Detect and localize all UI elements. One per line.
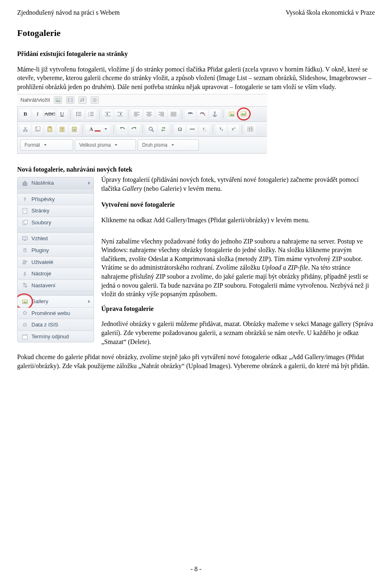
cut-button[interactable]	[20, 124, 31, 134]
anchor-button[interactable]	[209, 109, 220, 119]
chevron-down-icon	[115, 144, 117, 146]
sidebar-item-appearance[interactable]: Vzhled	[18, 233, 94, 245]
sidebar-item-events[interactable]: Termíny odjinud	[18, 331, 94, 342]
sidebar-item-webvars[interactable]: Proměnné webu	[18, 308, 94, 320]
separator-icon	[82, 125, 83, 134]
remove-format-button[interactable]: T×	[199, 124, 210, 134]
bold-button[interactable]: B	[20, 109, 31, 119]
media-other-icon[interactable]	[91, 96, 99, 104]
image-button[interactable]	[226, 109, 237, 119]
sidebar-item-label: Uživatelé	[31, 259, 53, 266]
indent-button[interactable]	[115, 109, 125, 119]
svg-point-11	[76, 115, 77, 116]
format-select[interactable]: Formát	[20, 139, 73, 151]
sidebar-item-isis[interactable]: Data z ISIS	[18, 319, 94, 331]
media-audio-icon[interactable]	[78, 96, 87, 104]
align-center-button[interactable]	[144, 109, 154, 119]
sidebar-item-tools[interactable]: Nástroje	[18, 268, 94, 280]
symbol-button[interactable]: Ω	[175, 124, 185, 134]
gallery-icon	[22, 298, 28, 305]
pin-icon	[22, 196, 28, 203]
page-number: - 8 -	[0, 565, 392, 574]
link-button[interactable]	[185, 109, 196, 119]
svg-rect-23	[117, 112, 123, 112]
svg-rect-57	[49, 126, 51, 127]
separator-icon	[213, 125, 213, 134]
sidebar-gap	[18, 291, 94, 296]
sidebar-item-media[interactable]: Soubory	[18, 217, 94, 229]
media-image-icon[interactable]	[54, 96, 62, 104]
editor-toolbar: Nahrát/vložit B I ABC U	[17, 94, 267, 154]
chevron-right-icon	[88, 300, 90, 303]
sidebar-gap	[18, 189, 94, 194]
undo-button[interactable]	[117, 124, 127, 134]
hr-button[interactable]	[187, 124, 198, 134]
insert-gallery-button[interactable]	[238, 109, 249, 119]
align-left-button[interactable]	[131, 109, 142, 119]
paste-word-button[interactable]: W	[69, 124, 80, 134]
svg-rect-35	[158, 114, 164, 115]
sidebar-item-label: Vzhled	[31, 235, 48, 242]
svg-text:3: 3	[88, 115, 89, 116]
outdent-button[interactable]	[102, 109, 113, 119]
svg-rect-36	[160, 116, 164, 116]
sidebar-item-dashboard[interactable]: Nástěnka	[18, 177, 94, 189]
format-select-label: Formát	[24, 142, 40, 148]
svg-rect-55	[37, 126, 40, 130]
separator-icon	[128, 109, 129, 118]
copy-button[interactable]	[32, 124, 43, 134]
svg-rect-32	[147, 116, 151, 116]
redo-button[interactable]	[129, 124, 140, 134]
users-icon	[22, 259, 28, 265]
gear-icon	[22, 310, 28, 316]
fontfamily-select[interactable]: Druh písma	[138, 139, 199, 151]
svg-point-91	[24, 313, 26, 314]
svg-rect-95	[22, 335, 27, 336]
table-button[interactable]	[245, 124, 256, 134]
svg-line-63	[152, 130, 154, 132]
media-video-icon[interactable]	[66, 96, 74, 104]
calendar-icon	[22, 333, 28, 340]
align-right-button[interactable]	[156, 109, 167, 119]
svg-rect-79	[24, 249, 26, 252]
replace-button[interactable]	[158, 124, 169, 134]
italic-button[interactable]: I	[32, 109, 43, 119]
sidebar-item-pages[interactable]: Stránky	[18, 205, 94, 217]
sidebar-item-label: Nástroje	[31, 270, 51, 277]
svg-marker-19	[106, 113, 108, 115]
subscript-button[interactable]: x2	[216, 124, 227, 134]
svg-rect-26	[134, 113, 138, 114]
paste-text-button[interactable]: T	[57, 124, 67, 134]
svg-rect-25	[134, 112, 140, 112]
svg-point-93	[24, 324, 26, 326]
appearance-icon	[22, 235, 28, 242]
bullet-list-button[interactable]	[74, 109, 84, 119]
sidebar-item-users[interactable]: Uživatelé	[18, 257, 94, 268]
wp-sidebar: Nástěnka Příspěvky Stránky Soubory Vzhle…	[17, 177, 94, 342]
align-justify-button[interactable]	[168, 109, 179, 119]
svg-line-41	[203, 112, 205, 116]
separator-icon	[182, 109, 182, 118]
strike-button[interactable]: ABC	[45, 109, 55, 119]
paste-button[interactable]	[45, 124, 55, 134]
toolbar-title-text: Nahrát/vložit	[20, 96, 50, 104]
unlink-button[interactable]	[197, 109, 208, 119]
superscript-button[interactable]: x2	[228, 124, 239, 134]
sidebar-item-gallery[interactable]: Gallery	[18, 296, 94, 308]
sidebar-item-label: Gallery	[31, 298, 48, 305]
find-button[interactable]	[146, 124, 156, 134]
separator-icon	[70, 109, 71, 118]
underline-button[interactable]: U	[57, 109, 67, 119]
svg-rect-27	[134, 114, 140, 115]
sidebar-item-posts[interactable]: Příspěvky	[18, 194, 94, 206]
sidebar-item-plugins[interactable]: Pluginy	[18, 245, 94, 257]
ordered-list-button[interactable]: 123	[86, 109, 96, 119]
fontsize-select[interactable]: Velikost písma	[75, 139, 136, 151]
font-color-button[interactable]: A	[86, 124, 111, 134]
svg-point-42	[214, 112, 216, 113]
svg-point-83	[25, 261, 27, 262]
svg-point-62	[149, 127, 152, 130]
chevron-down-icon	[44, 144, 47, 146]
sidebar-item-settings[interactable]: Nastavení	[18, 280, 94, 292]
page-icon	[22, 208, 28, 214]
